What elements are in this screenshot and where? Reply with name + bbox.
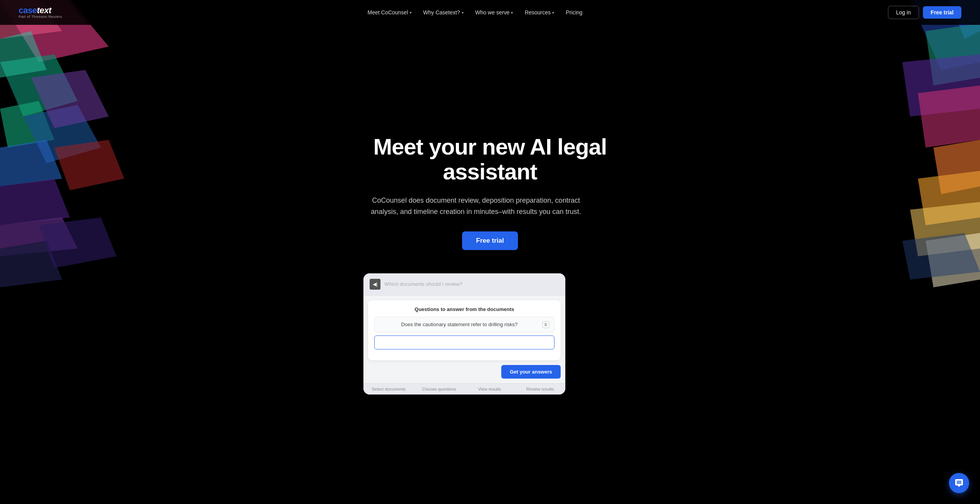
demo-tab-choose-questions[interactable]: Choose questions [414, 384, 464, 395]
get-answers-button[interactable]: Get your answers [501, 365, 561, 379]
chevron-down-icon: ▾ [410, 10, 412, 15]
demo-question-text-1: Does the cautionary statement refer to d… [379, 322, 539, 327]
demo-card-footer: Get your answers [363, 365, 565, 383]
demo-card: ◀| Which documents should I review? Ques… [363, 273, 565, 395]
demo-question-input[interactable] [379, 339, 540, 345]
svg-marker-4 [0, 31, 47, 78]
svg-marker-19 [918, 171, 980, 225]
nav-item-resources[interactable]: Resources ▾ [520, 6, 559, 19]
hero-title: Meet your new AI legal assistant [363, 134, 617, 184]
chevron-down-icon: ▾ [462, 10, 464, 15]
svg-marker-12 [39, 217, 116, 268]
svg-marker-5 [23, 105, 101, 163]
svg-marker-20 [910, 202, 980, 256]
svg-marker-8 [0, 179, 70, 225]
chat-icon [954, 478, 964, 488]
trash-icon: 🗑 [544, 322, 548, 327]
logo-name: casetext [19, 6, 62, 15]
svg-marker-2 [0, 54, 78, 116]
demo-tab-review-results[interactable]: Review results [515, 384, 565, 395]
demo-placeholder-text: Which documents should I review? [384, 281, 462, 287]
svg-marker-16 [902, 54, 980, 116]
svg-marker-10 [0, 217, 78, 256]
demo-tab-select-documents[interactable]: Select documents [363, 384, 414, 395]
hero-subtitle: CoCounsel does document review, depositi… [363, 195, 589, 217]
free-trial-nav-button[interactable]: Free trial [923, 6, 961, 19]
demo-question-row-1: Does the cautionary statement refer to d… [374, 317, 554, 332]
demo-card-header: ◀| Which documents should I review? [363, 273, 565, 295]
hero-section: Meet your new AI legal assistant CoCouns… [0, 0, 980, 504]
chevron-down-icon: ▾ [511, 10, 513, 15]
svg-marker-7 [31, 70, 109, 128]
navigation: casetext Part of Thomson Reuters Meet Co… [0, 0, 980, 25]
delete-question-1-button[interactable]: 🗑 [542, 321, 549, 328]
hero-content: Meet your new AI legal assistant CoCouns… [354, 134, 626, 394]
demo-card-body: Questions to answer from the documents D… [368, 300, 561, 360]
svg-marker-18 [933, 140, 980, 194]
chat-button[interactable] [949, 473, 969, 493]
svg-marker-6 [0, 140, 62, 186]
trash-icon-2: 🗑 [543, 339, 549, 346]
svg-marker-22 [902, 233, 980, 280]
demo-section-label: Questions to answer from the documents [374, 306, 554, 312]
nav-item-meet-cocounsel[interactable]: Meet CoCounsel ▾ [363, 6, 416, 19]
svg-marker-17 [918, 85, 980, 148]
volume-button[interactable]: ◀| [370, 279, 381, 290]
nav-item-who-we-serve[interactable]: Who we serve ▾ [471, 6, 518, 19]
nav-item-pricing[interactable]: Pricing [561, 6, 587, 19]
svg-marker-21 [926, 233, 980, 287]
nav-actions: Log in Free trial [888, 6, 961, 19]
logo-sub: Part of Thomson Reuters [19, 15, 62, 19]
chevron-down-icon: ▾ [552, 10, 554, 15]
demo-input-row[interactable]: 🗑 [374, 335, 554, 349]
demo-tab-view-results[interactable]: View results [464, 384, 515, 395]
demo-card-tabs: Select documents Choose questions View r… [363, 383, 565, 395]
svg-marker-3 [0, 101, 54, 148]
logo[interactable]: casetext Part of Thomson Reuters [19, 6, 62, 19]
svg-marker-15 [926, 23, 980, 85]
svg-marker-11 [0, 241, 62, 287]
left-background-shapes [0, 0, 148, 504]
nav-links: Meet CoCounsel ▾ Why Casetext? ▾ Who we … [363, 6, 587, 19]
free-trial-hero-button[interactable]: Free trial [462, 231, 518, 250]
volume-icon: ◀| [373, 282, 377, 287]
svg-marker-9 [54, 140, 124, 190]
nav-item-why-casetext[interactable]: Why Casetext? ▾ [419, 6, 468, 19]
login-button[interactable]: Log in [888, 6, 919, 19]
delete-input-button[interactable]: 🗑 [543, 339, 549, 346]
right-background-shapes [832, 0, 980, 504]
